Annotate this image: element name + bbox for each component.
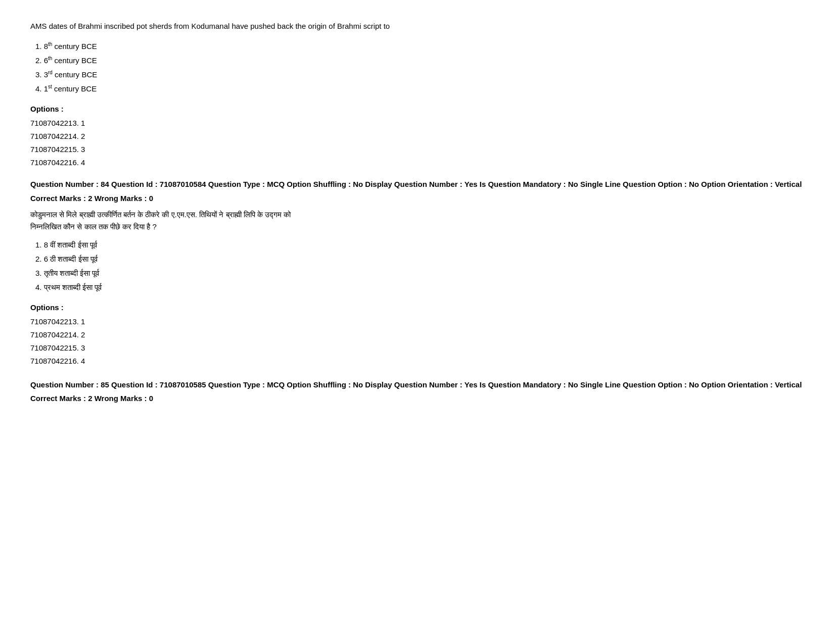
intro-option-value-4: 71087042216. 4 [30,157,804,169]
intro-text: AMS dates of Brahmi inscribed pot sherds… [30,20,804,32]
question-84-meta: Correct Marks : 2 Wrong Marks : 0 [30,192,804,205]
intro-options-label: Options : [30,103,804,115]
intro-options-list: 1. 8th century BCE 2. 6th century BCE 3.… [30,40,804,95]
question-85-block: Question Number : 85 Question Id : 71087… [30,379,804,405]
question-84-text-line1: कोडुमनाल से मिले ब्राह्मी उत्कीर्णित बर्… [30,209,804,221]
intro-option-value-2: 71087042214. 2 [30,130,804,142]
question-84-option-2: 2. 6 ठी शताब्दी ईसा पूर्व [35,253,804,265]
question-84-block: Question Number : 84 Question Id : 71087… [30,179,804,367]
question-84-text-line2: निम्नलिखित कौन से काल तक पीछे कर दिया है… [30,221,804,233]
intro-section: AMS dates of Brahmi inscribed pot sherds… [30,20,804,169]
question-84-option-value-2: 71087042214. 2 [30,329,804,341]
intro-option-value-1: 71087042213. 1 [30,117,804,129]
intro-option-values: 71087042213. 1 71087042214. 2 7108704221… [30,117,804,169]
question-84-options-label: Options : [30,302,804,314]
question-84-option-1: 1. 8 वीं शताब्दी ईसा पूर्व [35,239,804,251]
intro-option-1: 1. 8th century BCE [35,40,804,53]
intro-option-3: 3. 3rd century BCE [35,69,804,81]
question-84-option-4: 4. प्रथम शताब्दी ईसा पूर्व [35,281,804,293]
intro-option-2: 2. 6th century BCE [35,55,804,67]
question-84-option-value-4: 71087042216. 4 [30,355,804,367]
question-85-header: Question Number : 85 Question Id : 71087… [30,379,804,391]
question-84-option-3: 3. तृतीय शताब्दी ईसा पूर्व [35,267,804,279]
intro-option-value-3: 71087042215. 3 [30,143,804,156]
question-84-option-values: 71087042213. 1 71087042214. 2 7108704221… [30,316,804,367]
question-84-header: Question Number : 84 Question Id : 71087… [30,179,804,190]
question-85-meta: Correct Marks : 2 Wrong Marks : 0 [30,392,804,405]
question-84-text: कोडुमनाल से मिले ब्राह्मी उत्कीर्णित बर्… [30,209,804,233]
question-84-option-value-3: 71087042215. 3 [30,342,804,354]
question-84-options: 1. 8 वीं शताब्दी ईसा पूर्व 2. 6 ठी शताब्… [30,239,804,293]
intro-option-4: 4. 1st century BCE [35,83,804,95]
question-84-option-value-1: 71087042213. 1 [30,316,804,328]
